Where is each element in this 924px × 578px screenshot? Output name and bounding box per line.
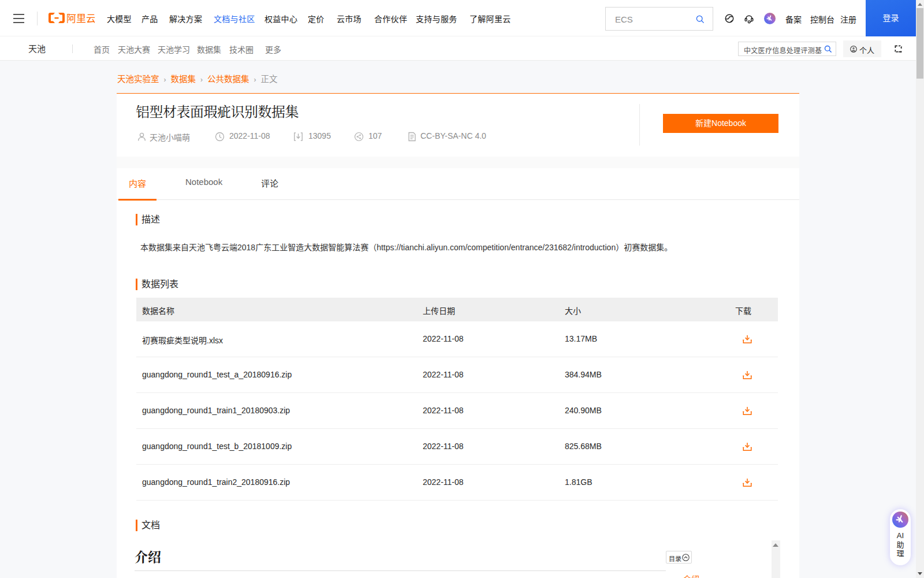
svg-text:阿里云: 阿里云: [66, 13, 95, 24]
